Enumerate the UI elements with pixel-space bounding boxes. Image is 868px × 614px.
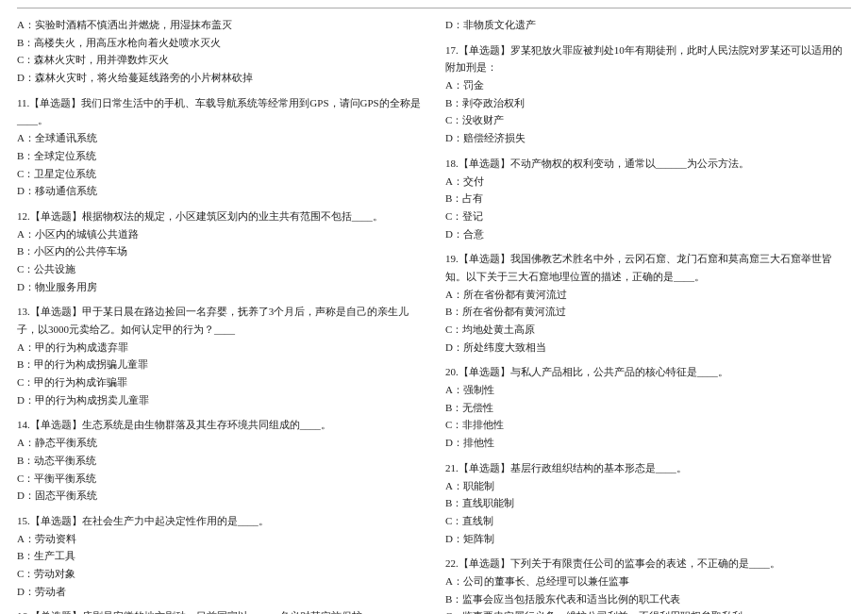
option-line: B：无偿性 — [445, 399, 851, 417]
top-divider — [17, 8, 851, 8]
option-line: A：罚金 — [445, 76, 851, 94]
option-line: A：静态平衡系统 — [17, 434, 423, 452]
question-title: 17.【单选题】罗某犯放火罪应被判处10年有期徒刑，此时人民法院对罗某还可以适用… — [445, 41, 851, 76]
option-line: D：劳动者 — [17, 583, 423, 601]
option-line: C：甲的行为构成诈骗罪 — [17, 373, 423, 391]
option-line: B：生产工具 — [17, 547, 423, 565]
question-title: 12.【单选题】根据物权法的规定，小区建筑区划内的业主共有范围不包括____。 — [17, 207, 423, 225]
option-line: B：剥夺政治权利 — [445, 94, 851, 112]
question-block-q11: 11.【单选题】我们日常生活中的手机、车载导航系统等经常用到GPS，请问GPS的… — [17, 94, 423, 200]
question-block-q21: 21.【单选题】基层行政组织结构的基本形态是____。A：职能制B：直线职能制C… — [445, 459, 851, 547]
question-title: 14.【单选题】生态系统是由生物群落及其生存环境共同组成的____。 — [17, 416, 423, 434]
question-block-q15: 15.【单选题】在社会生产力中起决定性作用的是____。A：劳动资料B：生产工具… — [17, 512, 423, 600]
option-line: B：监事会应当包括股东代表和适当比例的职工代表 — [445, 590, 851, 608]
option-line: C：公共设施 — [17, 260, 423, 278]
option-line: C：森林火灾时，用并弹数炸灭火 — [17, 51, 423, 69]
question-block-q_fire: A：实验时酒精不慎洒出并燃烧，用湿抹布盖灭B：高楼失火，用高压水枪向着火处喷水灭… — [17, 16, 423, 87]
question-title: 22.【单选题】下列关于有限责任公司的监事会的表述，不正确的是____。 — [445, 555, 851, 573]
option-line: A：职能制 — [445, 477, 851, 495]
question-title: 21.【单选题】基层行政组织结构的基本形态是____。 — [445, 459, 851, 477]
option-line: B：直线职能制 — [445, 494, 851, 512]
option-line: A：交付 — [445, 173, 851, 191]
option-line: B：占有 — [445, 190, 851, 207]
question-block-q16d: D：非物质文化遗产 — [445, 16, 851, 34]
question-block-q16: 16.【单选题】庐剧是安徽的地方剧种，目前国家以______名义对其实施保护。A… — [17, 607, 423, 614]
option-line: D：所处纬度大致相当 — [445, 339, 851, 357]
question-block-q13: 13.【单选题】甲于某日晨在路边捡回一名弃婴，抚养了3个月后，声称是自己的亲生儿… — [17, 303, 423, 408]
option-line: A：小区内的城镇公共道路 — [17, 225, 423, 243]
option-line: D：合意 — [445, 225, 851, 243]
question-title: 15.【单选题】在社会生产力中起决定性作用的是____。 — [17, 512, 423, 530]
question-block-q20: 20.【单选题】与私人产品相比，公共产品的核心特征是____。A：强制性B：无偿… — [445, 363, 851, 451]
option-line: C：直线制 — [445, 512, 851, 530]
option-line: D：森林火灾时，将火给蔓延线路旁的小片树林砍掉 — [17, 69, 423, 87]
option-line: C：监事要忠实履行义务，维护公司利益，不得利用职权牟取私利 — [445, 607, 851, 614]
question-title: A：实验时酒精不慎洒出并燃烧，用湿抹布盖灭 — [17, 16, 423, 34]
option-line: C：登记 — [445, 207, 851, 225]
option-line: B：动态平衡系统 — [17, 452, 423, 470]
option-line: C：没收财产 — [445, 111, 851, 129]
option-line: C：劳动对象 — [17, 565, 423, 583]
option-line: B：甲的行为构成拐骗儿童罪 — [17, 356, 423, 373]
option-line: A：公司的董事长、总经理可以兼任监事 — [445, 573, 851, 590]
left-column: A：实验时酒精不慎洒出并燃烧，用湿抹布盖灭B：高楼失火，用高压水枪向着火处喷水灭… — [17, 16, 423, 614]
option-line: A：强制性 — [445, 381, 851, 399]
question-title: 19.【单选题】我国佛教艺术胜名中外，云冈石窟、龙门石窟和莫高窟三大石窟举世皆知… — [445, 250, 851, 285]
option-line: D：赔偿经济损失 — [445, 129, 851, 147]
option-line: A：甲的行为构成遗弃罪 — [17, 339, 423, 357]
right-column: D：非物质文化遗产17.【单选题】罗某犯放火罪应被判处10年有期徒刑，此时人民法… — [445, 16, 851, 614]
option-line: A：劳动资料 — [17, 530, 423, 548]
question-title: 16.【单选题】庐剧是安徽的地方剧种，目前国家以______名义对其实施保护。 — [17, 607, 423, 614]
option-line: B：所在省份都有黄河流过 — [445, 303, 851, 321]
option-line: D：移动通信系统 — [17, 182, 423, 200]
option-line: D：固态平衡系统 — [17, 487, 423, 505]
option-line: C：卫星定位系统 — [17, 165, 423, 183]
question-title: D：非物质文化遗产 — [445, 16, 851, 34]
question-block-q19: 19.【单选题】我国佛教艺术胜名中外，云冈石窟、龙门石窟和莫高窟三大石窟举世皆知… — [445, 250, 851, 356]
option-line: C：非排他性 — [445, 416, 851, 434]
option-line: D：排他性 — [445, 434, 851, 452]
option-line: D：物业服务用房 — [17, 278, 423, 296]
question-block-q14: 14.【单选题】生态系统是由生物群落及其生存环境共同组成的____。A：静态平衡… — [17, 416, 423, 504]
option-line: D：矩阵制 — [445, 530, 851, 548]
question-block-q22: 22.【单选题】下列关于有限责任公司的监事会的表述，不正确的是____。A：公司… — [445, 555, 851, 614]
question-block-q17: 17.【单选题】罗某犯放火罪应被判处10年有期徒刑，此时人民法院对罗某还可以适用… — [445, 41, 851, 147]
option-line: A：全球通讯系统 — [17, 129, 423, 147]
question-title: 20.【单选题】与私人产品相比，公共产品的核心特征是____。 — [445, 363, 851, 381]
question-title: 18.【单选题】不动产物权的权利变动，通常以______为公示方法。 — [445, 155, 851, 173]
question-block-q18: 18.【单选题】不动产物权的权利变动，通常以______为公示方法。A：交付B：… — [445, 155, 851, 242]
option-line: A：所在省份都有黄河流过 — [445, 286, 851, 304]
option-line: C：均地处黄土高原 — [445, 321, 851, 339]
option-line: B：小区内的公共停车场 — [17, 242, 423, 260]
question-block-q12: 12.【单选题】根据物权法的规定，小区建筑区划内的业主共有范围不包括____。A… — [17, 207, 423, 295]
option-line: D：甲的行为构成拐卖儿童罪 — [17, 391, 423, 409]
option-line: B：全球定位系统 — [17, 147, 423, 165]
question-title: 11.【单选题】我们日常生活中的手机、车载导航系统等经常用到GPS，请问GPS的… — [17, 94, 423, 129]
question-title: 13.【单选题】甲于某日晨在路边捡回一名弃婴，抚养了3个月后，声称是自己的亲生儿… — [17, 303, 423, 338]
option-line: C：平衡平衡系统 — [17, 470, 423, 488]
main-content: A：实验时酒精不慎洒出并燃烧，用湿抹布盖灭B：高楼失火，用高压水枪向着火处喷水灭… — [17, 16, 851, 614]
option-line: B：高楼失火，用高压水枪向着火处喷水灭火 — [17, 34, 423, 52]
